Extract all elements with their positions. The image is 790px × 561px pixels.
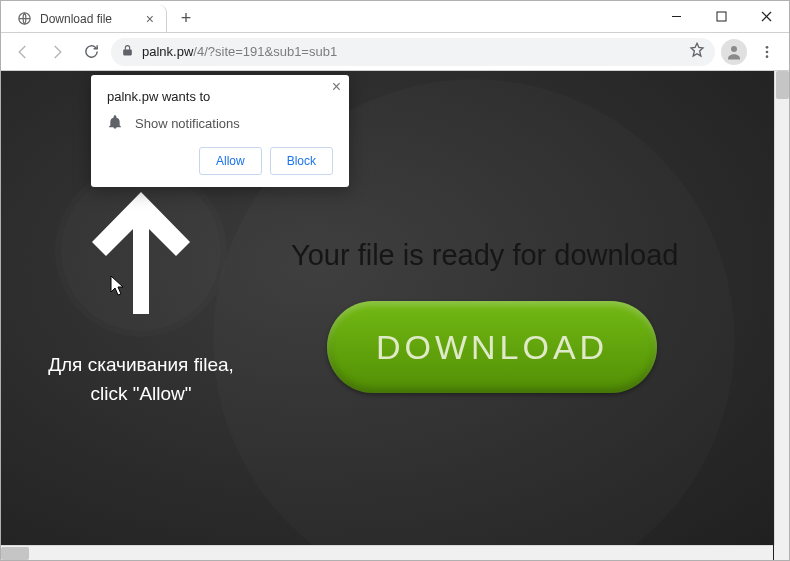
- toolbar: palnk.pw/4/?site=191&sub1=sub1: [1, 33, 789, 71]
- new-tab-button[interactable]: +: [177, 9, 195, 27]
- address-bar[interactable]: palnk.pw/4/?site=191&sub1=sub1: [111, 38, 715, 66]
- allow-button[interactable]: Allow: [199, 147, 262, 175]
- arrow-up-badge: [61, 171, 221, 331]
- tab-download-file[interactable]: Download file ×: [7, 5, 167, 32]
- forward-button[interactable]: [43, 38, 71, 66]
- url-host: palnk.pw: [142, 44, 193, 59]
- instruction-line-2: click "Allow": [90, 383, 191, 404]
- instruction-text: Для скачивания filea, click "Allow": [21, 351, 261, 408]
- allow-button-label: Allow: [216, 154, 245, 168]
- url-text: palnk.pw/4/?site=191&sub1=sub1: [142, 44, 681, 59]
- svg-point-6: [766, 46, 769, 49]
- download-button[interactable]: DOWNLOAD: [327, 301, 657, 393]
- prompt-buttons: Allow Block: [107, 147, 333, 175]
- svg-point-7: [766, 50, 769, 53]
- maximize-button[interactable]: [699, 1, 744, 31]
- window-controls: [654, 1, 789, 31]
- notification-permission-prompt: × palnk.pw wants to Show notifications A…: [91, 75, 349, 187]
- menu-button[interactable]: [753, 38, 781, 66]
- prompt-origin-text: palnk.pw wants to: [107, 89, 333, 104]
- download-button-label: DOWNLOAD: [376, 328, 608, 367]
- lock-icon: [121, 44, 134, 60]
- svg-point-5: [731, 46, 737, 52]
- vertical-scrollbar[interactable]: [774, 71, 789, 545]
- close-prompt-icon[interactable]: ×: [332, 81, 341, 93]
- bookmark-star-icon[interactable]: [689, 42, 705, 61]
- vscroll-thumb[interactable]: [776, 71, 789, 99]
- url-path: /4/?site=191&sub1=sub1: [193, 44, 337, 59]
- content-area: Для скачивания filea, click "Allow" Your…: [1, 71, 789, 560]
- close-tab-icon[interactable]: ×: [146, 14, 154, 24]
- page-headline: Your file is ready for download: [291, 239, 678, 272]
- reload-button[interactable]: [77, 38, 105, 66]
- profile-avatar[interactable]: [721, 39, 747, 65]
- horizontal-scrollbar[interactable]: [1, 545, 773, 560]
- titlebar: Download file × +: [1, 1, 789, 33]
- block-button[interactable]: Block: [270, 147, 333, 175]
- tab-title: Download file: [40, 12, 112, 26]
- instruction-line-1: Для скачивания filea,: [48, 354, 234, 375]
- page-background: Для скачивания filea, click "Allow" Your…: [1, 71, 789, 560]
- back-button[interactable]: [9, 38, 37, 66]
- hscroll-thumb[interactable]: [1, 547, 29, 560]
- arrow-up-icon: [86, 186, 196, 316]
- bell-icon: [107, 114, 123, 133]
- globe-icon: [17, 11, 32, 26]
- browser-window: Download file × +: [0, 0, 790, 561]
- minimize-button[interactable]: [654, 1, 699, 31]
- svg-rect-2: [717, 12, 726, 21]
- svg-point-8: [766, 55, 769, 58]
- scroll-corner: [774, 545, 789, 560]
- close-window-button[interactable]: [744, 1, 789, 31]
- prompt-permission-label: Show notifications: [135, 116, 240, 131]
- prompt-permission-row: Show notifications: [107, 114, 333, 133]
- block-button-label: Block: [287, 154, 316, 168]
